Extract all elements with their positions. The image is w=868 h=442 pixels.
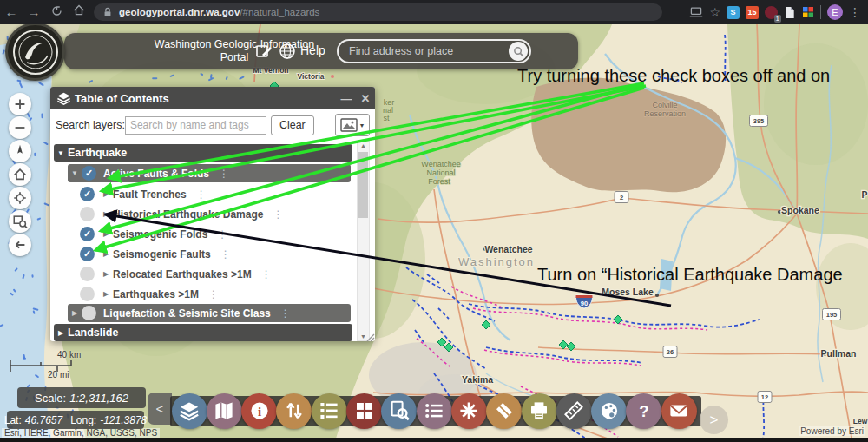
scrollbar-thumb[interactable] [358, 152, 368, 218]
basemap-thumbnail-button[interactable]: ▼ [335, 114, 370, 136]
toolbar-collapse-arrow[interactable]: < [148, 393, 172, 425]
toolbar-button-map-gallery[interactable] [207, 393, 242, 429]
clear-button[interactable]: Clear [271, 115, 314, 135]
toc-search-row: Search layers: Clear ▼ [50, 109, 375, 141]
layer-menu-icon[interactable]: ⋮ [217, 230, 227, 239]
group-earthquake[interactable]: ▼Earthquake [54, 144, 352, 162]
cast-icon[interactable] [689, 6, 703, 18]
toolbar-button-identify[interactable]: i [241, 393, 277, 429]
chevron-right-icon[interactable]: ▶ [99, 290, 113, 298]
extension-google-icon[interactable] [802, 6, 814, 18]
layer-menu-icon[interactable]: ⋮ [196, 190, 207, 199]
layer-menu-icon[interactable]: ⋮ [280, 309, 291, 318]
layer-historical-earthquake-damage[interactable]: ▶Historical Earthquake Damage⋮ [50, 204, 375, 224]
chevron-right-icon[interactable]: ▶ [99, 210, 113, 218]
map-tool-zoom-out[interactable] [9, 116, 31, 139]
checkbox-liquefaction-seismic-site-class[interactable] [82, 306, 96, 320]
layer-menu-icon[interactable]: ⋮ [273, 210, 283, 219]
toolbar-button-contact[interactable] [661, 393, 697, 429]
close-icon[interactable]: ✕ [356, 92, 375, 105]
layer-menu-icon[interactable]: ⋮ [219, 169, 229, 178]
toolbar-button-eraser[interactable] [486, 393, 522, 429]
layer-seismogenic-faults[interactable]: ✓▶Seismogenic Faults⋮ [50, 244, 375, 264]
layer-menu-icon[interactable]: ⋮ [261, 270, 272, 279]
chevron-right-icon[interactable]: ▶ [99, 250, 113, 258]
extension-badge-icon[interactable]: 1 [765, 6, 778, 19]
toolbar-button-legend[interactable] [312, 393, 347, 429]
svg-text:90: 90 [581, 300, 588, 307]
forward-icon[interactable]: → [23, 0, 45, 24]
sketch-tool-icon[interactable] [253, 41, 274, 62]
chevron-right-icon[interactable]: ▶ [99, 270, 113, 278]
checkbox-earthquakes-1m[interactable] [80, 287, 95, 301]
minimize-icon[interactable]: — [337, 92, 356, 105]
table-of-contents-panel: Table of Contents — ✕ Search layers: Cle… [50, 87, 375, 341]
layer-label: Historical Earthquake Damage [113, 208, 263, 221]
chevron-right-icon[interactable]: ▶ [99, 190, 113, 198]
checkbox-seismogenic-folds[interactable]: ✓ [80, 227, 95, 241]
toolbar-button-print[interactable] [522, 393, 557, 429]
toolbar-button-measure[interactable] [556, 393, 592, 429]
map-tool-zoom-in[interactable] [9, 93, 31, 115]
group-active-faults-folds[interactable]: ▼✓Active Faults & Folds⋮ [68, 164, 351, 182]
chevron-down-icon[interactable]: ▼ [54, 149, 68, 157]
toolbar-button-swipe[interactable] [276, 393, 312, 429]
map-tool-zoom-extent[interactable] [9, 210, 31, 233]
bookmark-star-icon[interactable]: ☆ [709, 5, 720, 19]
browser-home-icon[interactable] [68, 0, 90, 24]
toolbar-button-basemaps[interactable] [346, 393, 382, 429]
layer-menu-icon[interactable]: ⋮ [208, 290, 219, 299]
checkbox-active-faults-folds[interactable]: ✓ [82, 166, 96, 181]
toc-titlebar[interactable]: Table of Contents — ✕ [50, 87, 375, 109]
chevron-right-icon[interactable]: ▶ [54, 329, 68, 337]
scroll-up-icon[interactable]: ▲ [358, 142, 369, 148]
toolbar-button-query[interactable] [381, 393, 417, 429]
toolbar-button-table-of-contents[interactable] [172, 393, 207, 429]
toc-scrollbar[interactable]: ▲ ▼ [357, 141, 370, 341]
map-tool-compass[interactable] [9, 140, 31, 162]
url-domain: geologyportal.dnr.wa.gov [119, 7, 240, 17]
address-search-input[interactable] [339, 45, 509, 57]
checkbox-fault-trenches[interactable]: ✓ [80, 187, 95, 201]
toolbar-button-help[interactable]: ? [626, 393, 661, 429]
search-icon[interactable] [509, 42, 528, 61]
extension-15-icon[interactable]: 15 [746, 6, 759, 19]
layer-relocated-earthquakes-1m[interactable]: ▶Relocated Earthquakes >1M⋮ [50, 264, 375, 284]
browser-menu-icon[interactable]: ⋮ [849, 5, 861, 19]
url-bar[interactable]: geologyportal.dnr.wa.gov/#natural_hazard… [94, 3, 662, 21]
coordinates-indicator: Lat:46.7657 Long:-121.3878 [7, 411, 144, 429]
chevron-right-icon[interactable]: ▶ [99, 230, 113, 238]
toolbar-next-arrow[interactable]: > [700, 406, 728, 434]
scale-km-label: 40 km [57, 350, 81, 360]
svg-text:i: i [258, 405, 261, 419]
chevron-right-icon[interactable]: ▶ [68, 309, 82, 317]
map-tool-home[interactable] [9, 163, 31, 186]
reload-icon[interactable] [45, 0, 68, 24]
profile-avatar[interactable]: E [827, 4, 843, 20]
map-label-national: National [426, 168, 455, 177]
group-landslide[interactable]: ▶Landslide [54, 324, 352, 341]
layer-earthquakes-1m[interactable]: ▶Earthquakes >1M⋮ [50, 284, 375, 304]
checkbox-historical-earthquake-damage[interactable] [80, 207, 95, 221]
map-tool-previous-extent[interactable] [9, 234, 31, 256]
checkbox-relocated-earthquakes-1m[interactable] [80, 267, 95, 281]
chevron-down-icon[interactable]: ▼ [68, 169, 82, 177]
help-link[interactable]: Help [300, 43, 326, 57]
toolbar-button-epicenters[interactable] [451, 393, 487, 429]
layer-seismogenic-folds[interactable]: ✓▶Seismogenic Folds⋮ [50, 224, 375, 244]
back-icon[interactable]: ← [0, 0, 23, 24]
map-label-pullman: Pullman [821, 348, 857, 359]
checkbox-seismogenic-faults[interactable]: ✓ [80, 247, 95, 261]
toolbar-button-bookmarks[interactable] [417, 393, 452, 429]
group-label: Landslide [68, 327, 118, 339]
extension-page-icon[interactable] [784, 6, 796, 19]
toolbar-button-draw[interactable] [591, 393, 627, 429]
extension-s-icon[interactable]: S [727, 6, 740, 19]
layer-menu-icon[interactable]: ⋮ [220, 250, 231, 259]
map-tool-locate[interactable] [9, 187, 31, 209]
globe-icon[interactable] [277, 41, 298, 62]
layer-fault-trenches[interactable]: ✓▶Fault Trenches⋮ [50, 184, 375, 204]
group-liquefaction-seismic-site-class[interactable]: ▶Liquefaction & Seismic Site Class⋮ [68, 304, 351, 322]
layer-search-input[interactable] [125, 116, 266, 135]
resize-handle[interactable] [365, 333, 375, 342]
